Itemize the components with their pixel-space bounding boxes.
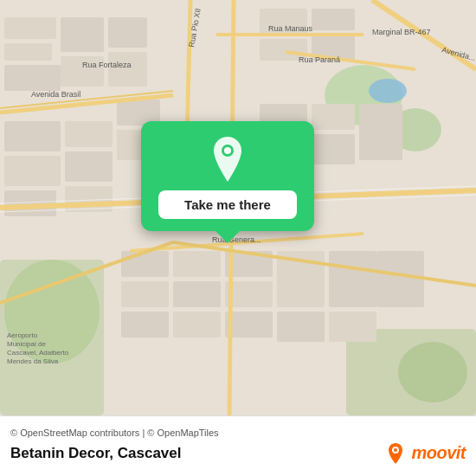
moovit-pin-icon	[383, 441, 408, 466]
svg-text:Rua Paraná: Rua Paraná	[299, 55, 340, 64]
svg-rect-42	[277, 312, 325, 342]
svg-rect-41	[329, 251, 376, 307]
svg-point-72	[224, 147, 231, 154]
svg-rect-18	[4, 121, 61, 151]
svg-text:Avenida Brasil: Avenida Brasil	[31, 90, 80, 99]
svg-rect-30	[359, 104, 402, 160]
svg-rect-27	[312, 104, 355, 130]
location-pin-icon	[209, 137, 247, 182]
svg-rect-15	[312, 9, 355, 30]
svg-rect-31	[121, 251, 169, 277]
svg-rect-9	[4, 65, 61, 91]
place-info: Betanin Decor, Cascavel moovit	[10, 441, 466, 466]
take-me-there-button[interactable]: Take me there	[158, 190, 297, 219]
svg-rect-34	[121, 281, 169, 307]
svg-rect-7	[4, 17, 56, 39]
svg-rect-19	[4, 156, 61, 186]
place-name: Betanin Decor, Cascavel	[10, 445, 181, 462]
svg-text:Mendes da Silva: Mendes da Silva	[7, 357, 59, 365]
map-attribution: © OpenStreetMap contributors | © OpenMap…	[10, 428, 466, 438]
svg-text:Aeroporto: Aeroporto	[7, 331, 38, 339]
svg-text:Municipal de: Municipal de	[7, 340, 46, 348]
svg-rect-12	[108, 17, 147, 48]
svg-rect-43	[329, 312, 376, 342]
moovit-text: moovit	[411, 443, 466, 463]
svg-rect-22	[65, 151, 113, 182]
svg-point-4	[4, 260, 100, 363]
svg-rect-10	[61, 17, 104, 52]
moovit-logo: moovit	[383, 441, 466, 466]
svg-text:Marginal BR-467: Marginal BR-467	[372, 28, 431, 36]
svg-rect-8	[4, 43, 52, 61]
svg-point-74	[394, 448, 397, 452]
map-container: Rua Fortaleza Rua Manaus Marginal BR-467…	[0, 0, 476, 415]
svg-rect-29	[312, 134, 355, 164]
svg-rect-44	[376, 251, 424, 307]
svg-rect-38	[173, 312, 221, 338]
svg-rect-37	[121, 312, 169, 338]
svg-text:Rua Fortaleza: Rua Fortaleza	[82, 61, 132, 69]
svg-text:Rua Manaus: Rua Manaus	[268, 24, 313, 33]
svg-rect-35	[173, 281, 221, 307]
svg-point-6	[398, 342, 467, 402]
svg-rect-32	[173, 251, 221, 277]
location-popup: Take me there	[141, 121, 314, 231]
bottom-bar: © OpenStreetMap contributors | © OpenMap…	[0, 415, 476, 476]
svg-text:Cascavel, Adalberto: Cascavel, Adalberto	[7, 349, 69, 357]
svg-rect-21	[65, 121, 113, 147]
svg-point-58	[369, 79, 407, 103]
svg-rect-13	[108, 52, 147, 87]
